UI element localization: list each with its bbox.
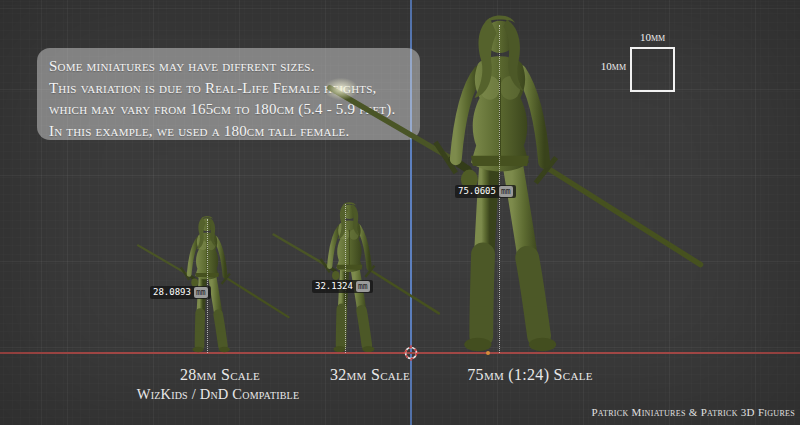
measure-line-32mm xyxy=(345,204,346,353)
scale-sublabel-28mm: WizKids / DnD Compatible xyxy=(106,386,330,403)
reference-square-top-label: 10mm xyxy=(630,31,675,43)
scale-label-32mm: 32mm Scale xyxy=(290,366,450,384)
scale-label-75mm: 75mm (1:24) Scale xyxy=(438,366,622,384)
measure-value-75mm: 75.0605 xyxy=(458,186,496,197)
measure-unit-75mm: mm xyxy=(499,186,513,197)
measure-value-28mm: 28.0893 xyxy=(153,287,191,298)
measure-label-32mm: 32.1324 mm xyxy=(312,280,373,293)
measure-label-75mm: 75.0605 mm xyxy=(455,185,516,198)
measure-unit-28mm: mm xyxy=(194,287,208,298)
reference-square-10mm xyxy=(630,47,675,92)
viewport-3d[interactable]: Some miniatures may have diffrent sizes.… xyxy=(0,0,800,425)
footer-credit: Patrick Miniatures & Patrick 3D Figures xyxy=(591,406,795,418)
scale-label-28mm: 28mm Scale xyxy=(140,366,300,384)
measure-label-28mm: 28.0893 mm xyxy=(150,286,211,299)
measure-value-32mm: 32.1324 xyxy=(315,281,353,292)
reference-square-side-label: 10mm xyxy=(592,60,626,72)
measure-unit-32mm: mm xyxy=(356,281,370,292)
